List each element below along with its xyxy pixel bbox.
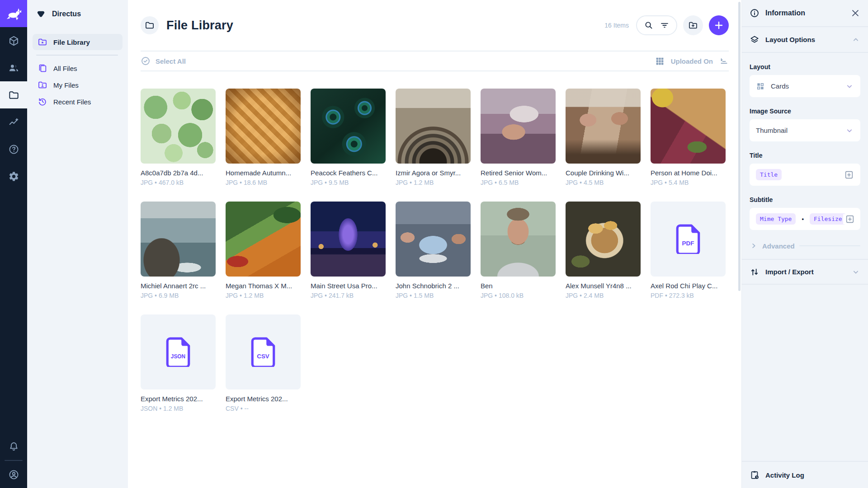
file-card[interactable]: Izmir Agora or Smyr... JPG • 1.2 MB — [396, 89, 471, 186]
layout-select[interactable]: Cards — [750, 75, 860, 97]
file-thumbnail — [226, 202, 301, 277]
file-thumbnail: CSV — [226, 314, 301, 389]
clipboard-clock-icon — [750, 470, 760, 480]
header-actions: 16 Items — [604, 15, 729, 35]
add-field-button[interactable] — [844, 170, 854, 180]
user-menu-button[interactable] — [0, 461, 27, 488]
image-source-select-value: Thumbnail — [756, 127, 788, 134]
nav-item-all-files[interactable]: All Files — [33, 60, 123, 76]
import-export-header[interactable]: Import / Export — [742, 259, 868, 285]
directus-logo[interactable] — [0, 0, 27, 27]
activity-log-label: Activity Log — [765, 471, 804, 479]
select-all-button[interactable]: Select All — [141, 56, 186, 66]
grid-view-icon[interactable] — [655, 56, 665, 66]
file-meta: JPG • 9.5 MB — [311, 179, 386, 186]
nav-list: File Library All Files My Files Recent F… — [27, 28, 128, 110]
module-bar-spacer — [0, 190, 27, 433]
layout-options-header[interactable]: Layout Options — [742, 27, 868, 53]
mime-type-chip[interactable]: Mime Type — [756, 213, 796, 225]
file-grid: A8c0a7db 2b7a 4d... JPG • 467.0 kB Homem… — [141, 89, 729, 412]
gear-icon — [8, 171, 19, 182]
advanced-divider — [799, 245, 860, 246]
module-files[interactable] — [0, 81, 27, 108]
activity-log-button[interactable]: Activity Log — [742, 461, 868, 488]
folder-person-icon — [38, 80, 47, 90]
file-card[interactable]: Megan Thomas X M... JPG • 1.2 MB — [226, 202, 301, 299]
cards-grid-icon — [756, 82, 765, 91]
close-drawer-button[interactable] — [850, 8, 860, 18]
chevron-down-icon — [845, 82, 854, 91]
project-name: Directus — [52, 10, 81, 18]
sort-controls: Uploaded On — [655, 56, 729, 66]
title-field-label: Title — [750, 152, 860, 159]
file-thumbnail — [396, 89, 471, 164]
nav-item-file-library[interactable]: File Library — [33, 34, 123, 50]
file-card[interactable]: A8c0a7db 2b7a 4d... JPG • 467.0 kB — [141, 89, 216, 186]
file-thumbnail — [566, 202, 641, 277]
file-title: Axel Rod Chi Play C... — [651, 282, 726, 290]
file-card[interactable]: CSV Export Metrics 202... CSV • -- — [226, 314, 301, 412]
title-chip[interactable]: Title — [756, 169, 782, 180]
module-users[interactable] — [0, 54, 27, 81]
file-title: Peacock Feathers C... — [311, 169, 386, 177]
layout-field-label: Layout — [750, 63, 860, 70]
scrollbar-thumb[interactable] — [738, 2, 741, 291]
file-card[interactable]: JSON Export Metrics 202... JSON • 1.2 MB — [141, 314, 216, 412]
file-card[interactable]: Peacock Feathers C... JPG • 9.5 MB — [311, 89, 386, 186]
project-header[interactable]: Directus — [27, 0, 128, 28]
file-meta: JPG • 1.5 MB — [396, 292, 471, 299]
file-title: Main Street Usa Pro... — [311, 282, 386, 290]
file-thumbnail — [396, 202, 471, 277]
file-thumbnail — [311, 89, 386, 164]
file-title: Retired Senior Wom... — [481, 169, 556, 177]
cube-icon — [8, 35, 19, 47]
layout-select-value: Cards — [771, 82, 789, 90]
sort-field-label[interactable]: Uploaded On — [671, 57, 713, 65]
file-meta: CSV • -- — [226, 405, 301, 412]
file-card[interactable]: John Schnobrich 2 ... JPG • 1.5 MB — [396, 202, 471, 299]
nav-item-recent-files[interactable]: Recent Files — [33, 94, 123, 110]
module-settings[interactable] — [0, 163, 27, 190]
advanced-label: Advanced — [762, 242, 795, 250]
filesize-chip[interactable]: Filesize — [810, 213, 846, 225]
search-icon[interactable] — [644, 20, 654, 30]
module-content[interactable] — [0, 27, 27, 54]
module-insights[interactable] — [0, 108, 27, 136]
file-card[interactable]: Michiel Annaert 2rc ... JPG • 6.9 MB — [141, 202, 216, 299]
filter-icon[interactable] — [660, 20, 670, 30]
add-file-button[interactable] — [709, 15, 729, 35]
file-title: Export Metrics 202... — [141, 395, 216, 403]
add-field-button[interactable] — [843, 214, 855, 224]
file-meta: JPG • 241.7 kB — [311, 292, 386, 299]
image-source-select[interactable]: Thumbnail — [750, 119, 860, 141]
notifications-button[interactable] — [0, 433, 27, 460]
module-bar — [0, 0, 27, 488]
main-content: File Library 16 Items Select All Uploade… — [128, 0, 741, 488]
file-meta: JPG • 6.5 MB — [481, 179, 556, 186]
document-icon: JSON — [166, 337, 190, 367]
nav-item-my-files[interactable]: My Files — [33, 77, 123, 93]
file-card[interactable]: PDF Axel Rod Chi Play C... PDF • 272.3 k… — [651, 202, 726, 299]
file-card[interactable]: Ben JPG • 108.0 kB — [481, 202, 556, 299]
title-template-input[interactable]: Title — [750, 164, 860, 186]
file-card[interactable]: Retired Senior Wom... JPG • 6.5 MB — [481, 89, 556, 186]
new-folder-button[interactable] — [683, 15, 703, 35]
breadcrumb-folder-button[interactable] — [141, 16, 159, 34]
boxed-plus-icon — [844, 170, 854, 180]
subtitle-template-input[interactable]: Mime Type • Filesize — [750, 208, 860, 230]
module-help[interactable] — [0, 136, 27, 163]
file-thumbnail — [481, 202, 556, 277]
file-card[interactable]: Alex Munsell Yr4n8 ... JPG • 2.4 MB — [566, 202, 641, 299]
sort-direction-icon[interactable] — [719, 56, 729, 66]
file-card[interactable]: Person at Home Doi... JPG • 5.4 MB — [651, 89, 726, 186]
layers-icon — [750, 35, 760, 45]
bell-icon — [8, 441, 19, 452]
file-card[interactable]: Homemade Autumn... JPG • 18.6 MB — [226, 89, 301, 186]
nav-item-label: Recent Files — [53, 98, 91, 106]
items-count: 16 Items — [604, 22, 629, 29]
nav-item-label: All Files — [53, 65, 77, 72]
advanced-toggle[interactable]: Advanced — [750, 242, 860, 250]
folder-icon — [8, 89, 19, 101]
file-card[interactable]: Couple Drinking Wi... JPG • 4.5 MB — [566, 89, 641, 186]
file-card[interactable]: Main Street Usa Pro... JPG • 241.7 kB — [311, 202, 386, 299]
